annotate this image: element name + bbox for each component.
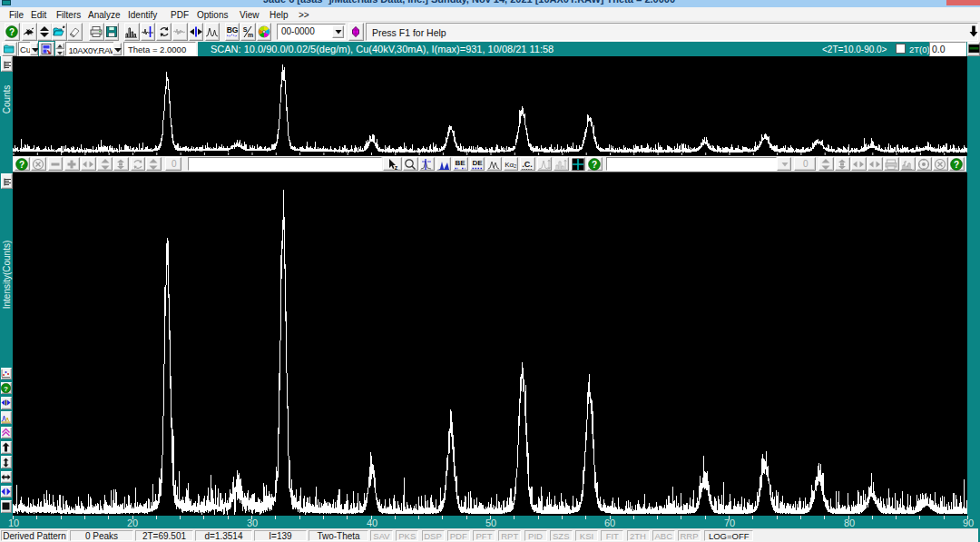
- svg-text:Kα₂: Kα₂: [505, 161, 516, 169]
- svg-text:?: ?: [592, 160, 597, 170]
- svg-text:z: z: [394, 164, 397, 171]
- svg-text:?: ?: [954, 160, 959, 170]
- svg-text:?: ?: [9, 27, 15, 37]
- svg-text:BG: BG: [226, 25, 238, 34]
- svg-text:?: ?: [19, 160, 24, 170]
- svg-text:BE: BE: [456, 159, 466, 167]
- svg-text:?: ?: [4, 385, 8, 393]
- svg-text:.C.: .C.: [522, 159, 533, 168]
- svg-text:m: m: [248, 32, 253, 38]
- svg-text:DE: DE: [472, 159, 483, 167]
